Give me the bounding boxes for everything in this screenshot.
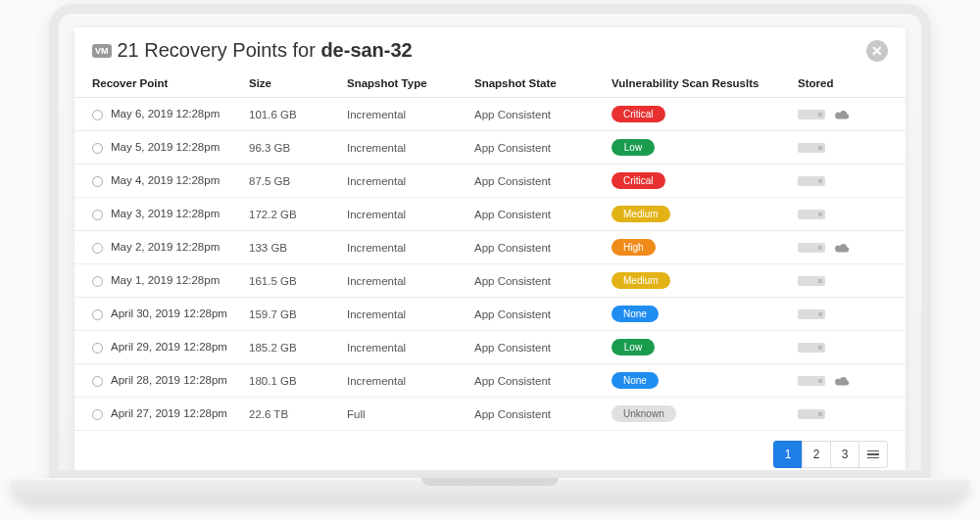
vuln-badge: Medium (612, 206, 670, 222)
page-3[interactable]: 3 (830, 441, 859, 468)
cell-state: App Consistent (466, 298, 604, 331)
cell-size: 101.6 GB (241, 98, 339, 131)
cell-date: May 2, 2019 12:28pm (111, 241, 220, 253)
title-hostname: de-san-32 (320, 39, 412, 61)
cell-type: Incremental (339, 331, 466, 364)
table-row[interactable]: May 4, 2019 12:28pm87.5 GBIncrementalApp… (74, 165, 906, 198)
col-size[interactable]: Size (241, 70, 339, 98)
cell-size: 172.2 GB (241, 198, 339, 231)
cell-state: App Consistent (466, 398, 604, 431)
vuln-badge: Low (612, 139, 655, 156)
window-header: VM 21 Recovery Points for de-san-32 ✕ (74, 27, 906, 70)
row-radio[interactable] (92, 409, 103, 420)
vuln-badge: Medium (612, 272, 670, 289)
cell-date: April 27, 2019 12:28pm (111, 407, 227, 419)
pagination: 123 (74, 431, 906, 468)
table-row[interactable]: May 6, 2019 12:28pm101.6 GBIncrementalAp… (74, 98, 906, 131)
cell-size: 22.6 TB (241, 398, 339, 431)
storage-bar-icon (798, 243, 825, 253)
title-prefix: 21 Recovery Points for (118, 39, 321, 61)
col-snapshot-state[interactable]: Snapshot State (466, 70, 604, 98)
cell-size: 185.2 GB (241, 331, 339, 364)
row-radio[interactable] (92, 309, 103, 320)
page-title: 21 Recovery Points for de-san-32 (118, 39, 413, 62)
col-recover-point[interactable]: Recover Point (74, 70, 241, 98)
table-row[interactable]: May 2, 2019 12:28pm133 GBIncrementalApp … (74, 231, 906, 264)
cell-date: April 30, 2019 12:28pm (111, 307, 227, 319)
row-radio[interactable] (92, 343, 103, 354)
cell-date: May 6, 2019 12:28pm (111, 108, 220, 119)
laptop-base (10, 478, 970, 501)
col-vulnerability[interactable]: Vulnerability Scan Resuslts (604, 70, 790, 98)
vuln-badge: Low (612, 339, 655, 355)
cell-type: Incremental (339, 198, 466, 231)
cell-state: App Consistent (466, 231, 604, 264)
col-stored[interactable]: Stored (790, 70, 906, 98)
vuln-badge: None (612, 306, 659, 322)
row-radio[interactable] (92, 276, 103, 287)
table-row[interactable]: May 5, 2019 12:28pm96.3 GBIncrementalApp… (74, 131, 906, 165)
page-1[interactable]: 1 (773, 441, 803, 468)
cell-type: Incremental (339, 298, 466, 331)
cell-size: 180.1 GB (241, 364, 339, 398)
cell-type: Incremental (339, 98, 466, 131)
cell-size: 96.3 GB (241, 131, 339, 165)
vm-icon: VM (92, 44, 112, 58)
storage-bar-icon (798, 210, 825, 219)
storage-bar-icon (798, 143, 825, 153)
row-radio[interactable] (92, 210, 103, 220)
col-snapshot-type[interactable]: Snapshot Type (339, 70, 466, 98)
cell-type: Incremental (339, 231, 466, 264)
row-radio[interactable] (92, 376, 103, 387)
cell-date: May 4, 2019 12:28pm (111, 174, 220, 186)
cell-size: 133 GB (241, 231, 339, 264)
storage-bar-icon (798, 276, 825, 286)
row-radio[interactable] (92, 176, 103, 187)
cell-type: Full (339, 398, 466, 431)
cell-state: App Consistent (466, 264, 604, 298)
cell-state: App Consistent (466, 98, 604, 131)
cell-state: App Consistent (466, 165, 604, 198)
table-row[interactable]: May 3, 2019 12:28pm172.2 GBIncrementalAp… (74, 198, 906, 231)
vuln-badge: Unknown (612, 405, 676, 422)
cell-size: 87.5 GB (241, 165, 339, 198)
cell-size: 159.7 GB (241, 298, 339, 331)
table-row[interactable]: April 28, 2019 12:28pm180.1 GBIncrementa… (74, 364, 906, 398)
vuln-badge: None (612, 372, 659, 389)
page-menu-icon[interactable] (858, 441, 888, 468)
cloud-icon (833, 109, 851, 120)
cloud-icon (833, 242, 851, 254)
cell-state: App Consistent (466, 198, 604, 231)
camera-dot (487, 8, 493, 14)
row-radio[interactable] (92, 110, 103, 120)
page-2[interactable]: 2 (802, 441, 831, 468)
storage-bar-icon (798, 110, 825, 119)
cell-date: May 5, 2019 12:28pm (111, 141, 220, 153)
cell-date: April 28, 2019 12:28pm (111, 374, 227, 386)
cell-date: May 1, 2019 12:28pm (111, 274, 220, 286)
cell-date: April 29, 2019 12:28pm (111, 341, 227, 353)
cell-size: 161.5 GB (241, 264, 339, 298)
table-row[interactable]: April 29, 2019 12:28pm185.2 GBIncrementa… (74, 331, 906, 364)
cell-state: App Consistent (466, 131, 604, 165)
recovery-points-window: VM 21 Recovery Points for de-san-32 ✕ Re… (74, 27, 906, 470)
storage-bar-icon (798, 309, 825, 319)
recovery-points-table: Recover Point Size Snapshot Type Snapsho… (74, 70, 906, 431)
vuln-badge: Critical (612, 106, 665, 122)
cell-type: Incremental (339, 131, 466, 165)
row-radio[interactable] (92, 143, 103, 154)
cell-type: Incremental (339, 264, 466, 298)
table-row[interactable]: May 1, 2019 12:28pm161.5 GBIncrementalAp… (74, 264, 906, 298)
storage-bar-icon (798, 409, 825, 419)
storage-bar-icon (798, 376, 825, 386)
vuln-badge: High (612, 239, 656, 256)
close-icon[interactable]: ✕ (866, 40, 888, 62)
cell-type: Incremental (339, 165, 466, 198)
cell-state: App Consistent (466, 364, 604, 398)
table-row[interactable]: April 30, 2019 12:28pm159.7 GBIncrementa… (74, 298, 906, 331)
storage-bar-icon (798, 343, 825, 353)
vuln-badge: Critical (612, 172, 665, 189)
table-row[interactable]: April 27, 2019 12:28pm22.6 TBFullApp Con… (74, 398, 906, 431)
cell-state: App Consistent (466, 331, 604, 364)
row-radio[interactable] (92, 243, 103, 254)
